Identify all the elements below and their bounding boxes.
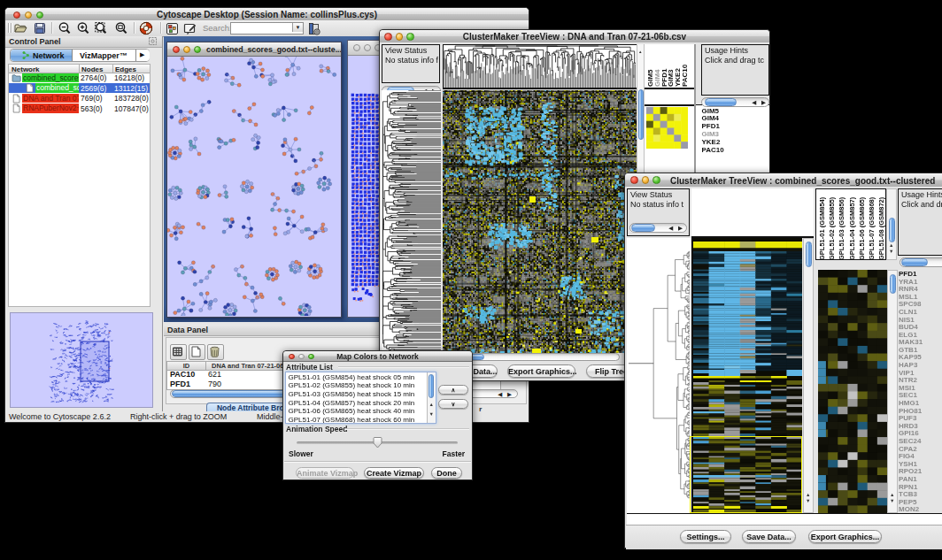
tv2-usage-scrollbar[interactable] [900,257,942,267]
tv1-title-bar[interactable]: ClusterMaker TreeView : DNA and Tran 07-… [380,30,769,43]
table-row[interactable]: DNA and Tran 07769(0)183728(0) [9,93,150,104]
table-row[interactable]: combined_sco2569(6)13112(15) [9,83,150,94]
attribute-list-item[interactable]: GPL51-07 (GSM868) heat shock 60 min [289,416,415,424]
slider-thumb[interactable] [373,437,382,449]
move-up-button[interactable]: ∧ [438,385,468,395]
id-column-header[interactable]: ID [167,362,206,370]
row-id[interactable]: PAC10 [170,370,195,379]
data-scrollbar-arrows[interactable]: ◀ ▶ [498,391,513,398]
help-lifering-icon[interactable] [139,21,153,35]
attribute-list-item[interactable]: GPL51-02 (GSM855) heat shock 10 min [289,381,415,389]
frame-close-button[interactable] [173,46,180,53]
float-panel-icon[interactable] [149,37,157,45]
inactive-close-button[interactable] [353,44,360,51]
tv2-main-vscrollbar[interactable]: ▲▼ [803,238,814,513]
treeview-window-combined: ClusterMaker TreeView : combined_scores_… [624,173,942,548]
tab-vizmapper[interactable]: VizMapper™ [73,50,135,61]
tv2-summary-heatmap[interactable] [818,270,887,513]
network-overview-panel[interactable] [10,312,153,408]
tv2-button-savedata[interactable]: Save Data... [742,530,796,543]
dialog-button-animatevizmap[interactable]: Animate Vizmap [296,467,354,479]
tv2-button-exportgraphics[interactable]: Export Graphics... [808,530,882,543]
attribute-list-item[interactable]: GPL51-04 (GSM857) heat shock 20 min [289,399,415,407]
attribute-list-item[interactable]: GPL51-03 (GSM856) heat shock 15 min [289,390,415,398]
tab-overflow-button[interactable]: ▶ [135,50,150,61]
tv2-left-dendrogram[interactable] [627,238,691,513]
row-id[interactable]: PFD1 [170,380,190,388]
frame-zoom-button[interactable] [194,46,201,53]
tv1-left-dendrogram[interactable] [382,90,441,353]
attribute-table-icon[interactable] [170,344,187,360]
tv1-usage-scroll-arrows[interactable]: ◀ ▶ [752,99,768,106]
attribute-list[interactable]: GPL51-01 (GSM854) heat shock 05 minGPL51… [285,372,436,424]
preferences-icon[interactable] [307,22,321,35]
tv1-top-dendrogram[interactable] [444,45,637,88]
overview-thumbnail-canvas[interactable] [11,313,151,405]
frame-minimize-button[interactable] [183,46,190,53]
move-down-button[interactable]: ∨ [438,399,468,409]
tv2-collabel-arrows[interactable]: ▲▼ [889,242,895,255]
tv2-status-scroll-thumb[interactable] [631,224,655,232]
tv2-collabel-thumb[interactable] [889,218,895,242]
tv2-minimize-button[interactable] [642,176,650,184]
list-down-icon[interactable]: ▼ [429,411,434,417]
zoom-fit-icon[interactable] [94,21,108,35]
vizmapper-icon[interactable] [166,22,179,35]
tv2-status-scrollbar[interactable]: ◀ ▶ [629,223,687,233]
row-value[interactable]: 790 [208,380,221,388]
tv1-usage-scroll-thumb[interactable] [705,98,737,106]
tv2-main-vscroll-thumb[interactable] [806,242,812,267]
search-dropdown-button[interactable]: ▼ [292,23,303,32]
tv2-zoom-button[interactable] [652,176,660,184]
tv2-button-settings[interactable]: Settings... [680,530,731,543]
tv2-title-bar[interactable]: ClusterMaker TreeView : combined_scores_… [625,173,942,188]
tab-network[interactable]: Network [11,50,73,61]
value-column-header[interactable]: DNA and Tran 07-21-06b [212,362,288,370]
tv2-main-scroll-arrows[interactable]: ▲▼ [806,492,812,504]
attribute-list-scrollbar[interactable]: ▲▼ [427,372,436,423]
tv1-vscroll-thumb[interactable] [638,89,644,140]
dialog-button-done[interactable]: Done [431,467,462,479]
tv1-title: ClusterMaker TreeView : DNA and Tran 07-… [380,32,769,42]
zoom-selected-icon[interactable] [114,21,128,35]
edges-count: 16218(0) [114,73,144,82]
tv2-status-scroll-arrows[interactable]: ◀ ▶ [668,225,684,232]
edges-count: 183728(0) [114,94,149,103]
tv2-usage-scroll-thumb[interactable] [901,258,928,266]
tv2-close-button[interactable] [630,176,638,184]
zoom-in-icon[interactable] [76,21,90,35]
annotation-icon[interactable] [183,22,197,35]
dialog-button-createvizmap[interactable]: Create Vizmap [364,467,424,479]
tv2-summary-scrollbar[interactable]: ▲▼ [887,270,898,513]
list-up-icon[interactable]: ▲ [429,402,434,407]
tv1-button-exportgraphics[interactable]: Export Graphics... [507,364,575,378]
inactive-minimize-button[interactable] [364,44,371,51]
tv2-summary-arrows[interactable]: ▲▼ [890,492,896,504]
main-title-bar[interactable]: Cytoscape Desktop (Session Name: collins… [5,8,529,21]
search-input[interactable]: ▼ [230,22,304,35]
tv1-heatmap-canvas[interactable] [443,90,637,353]
tv1-scroll-up-icon[interactable]: ▲ [638,50,642,54]
tv2-summary-thumb[interactable] [890,274,896,294]
delete-attribute-icon[interactable] [207,344,224,360]
search-label: Search: [203,23,232,33]
zoom-out-icon[interactable] [58,21,72,35]
open-file-icon[interactable] [13,21,27,35]
attribute-list-item[interactable]: GPL51-06 (GSM865) heat shock 40 min [289,407,415,415]
save-icon[interactable] [33,21,47,35]
column-divider [112,65,113,73]
animation-speed-slider[interactable] [297,437,458,449]
folder-icon [12,73,21,82]
row-value[interactable]: 621 [208,370,221,379]
splitter[interactable] [8,306,149,311]
new-attribute-icon[interactable] [189,344,205,360]
table-row[interactable]: RNAPuberNov2+563(0)107847(0) [9,104,150,114]
network-canvas[interactable] [167,57,341,316]
tv2-collabel-scrollbar[interactable]: ▲▼ [886,188,897,260]
table-row[interactable]: combined_scores2764(0)16218(0) [9,73,150,83]
attribute-list-item[interactable]: GPL51-01 (GSM854) heat shock 05 min [289,373,415,381]
network-view-frame[interactable]: combined_scores_good.txt--cluste... [166,42,342,318]
tv1-summary-heatmap[interactable] [646,107,688,149]
tv1-usage-scrollbar[interactable]: ◀ ▶ [701,97,769,107]
attribute-list-thumb[interactable] [429,374,435,398]
